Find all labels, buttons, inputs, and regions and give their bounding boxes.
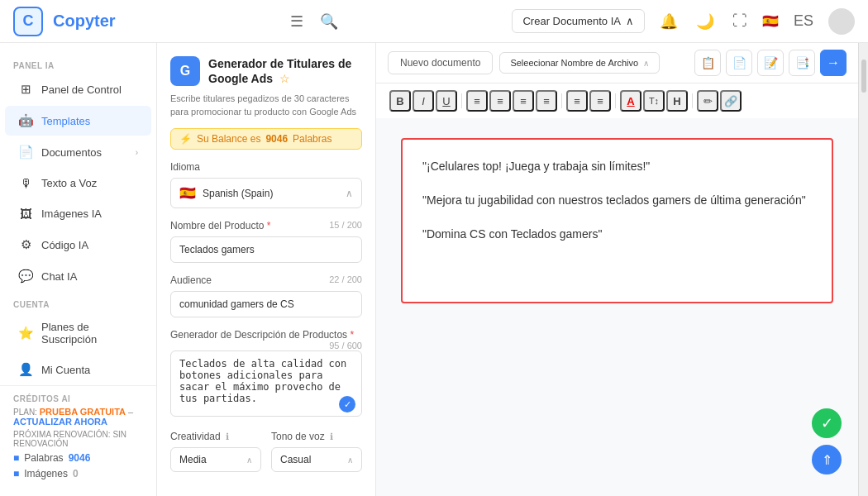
nombre-input[interactable] [170,236,362,263]
sidebar-item-planes[interactable]: ⭐ Planes de Suscripción [5,313,151,353]
bell-icon[interactable]: 🔔 [656,9,681,34]
align-right-button[interactable]: ≡ [513,90,534,112]
toolbar-separator [461,93,462,108]
idioma-section: Idioma 🇪🇸 Spanish (Spain) ∧ [170,161,362,208]
nuevo-documento-tab[interactable]: Nuevo documento [388,51,493,74]
sidebar-label-templates: Templates [41,115,90,127]
editor-panel: Nuevo documento Seleecionar Nombre de Ar… [376,43,858,496]
document-icon: 📄 [18,145,33,160]
export-icon-btn[interactable]: → [820,50,847,76]
palabras-row: ■ Palabras 9046 [13,452,143,464]
required-mark2: * [350,329,354,341]
search-icon[interactable]: 🔍 [317,9,341,34]
file-name-select[interactable]: Seleecionar Nombre de Archivo ∧ [499,52,660,74]
tono-select[interactable]: Casual ∧ [271,447,362,472]
link-button[interactable]: 🔗 [720,90,742,112]
download-icon-btn[interactable]: 📄 [726,50,752,76]
sidebar-item-codigo-ia[interactable]: ⚙ Código IA [5,230,151,260]
editor-toolbar: B I U ≡ ≡ ≡ ≡ ≡ ≡ A T↕ H ✏ 🔗 [376,83,858,118]
scroll-top-button[interactable]: ⇑ [812,445,842,475]
editor-line-3: "Domina CS con Teclados gamers" [422,224,812,245]
ol-button[interactable]: ≡ [566,90,588,112]
form-row-bottom: Creatividad ℹ Media ∧ Tono de voz ℹ Casu… [170,431,362,484]
moon-icon[interactable]: 🌙 [693,9,718,34]
sidebar-item-chat-ia[interactable]: 💬 Chat IA [5,261,151,291]
duplicate-icon-btn[interactable]: 📑 [789,50,815,76]
logo-text: Copyter [53,12,116,31]
check-float-button[interactable]: ✓ [812,408,842,438]
sidebar-item-templates[interactable]: 🤖 Templates [5,106,151,136]
underline-button[interactable]: U [436,90,457,112]
font-color-button[interactable]: A [620,90,641,112]
audience-label: Audience 22 / 200 [170,274,362,286]
sidebar-label-documentos: Documentos [41,146,102,159]
image-icon: 🖼 [18,207,33,221]
sidebar-item-mi-cuenta[interactable]: 👤 Mi Cuenta [5,355,151,384]
required-mark: * [267,220,271,231]
edit-icon-btn[interactable]: 📝 [757,50,784,76]
g-logo-icon: G [170,56,200,86]
creditos-label: CRÉDITOS AI [13,394,143,403]
duplicate-icon: 📑 [795,56,809,69]
creatividad-select[interactable]: Media ∧ [170,447,261,472]
creatividad-label: Creatividad ℹ [170,431,261,442]
toolbar-separator3 [615,93,616,108]
italic-button[interactable]: I [413,90,434,112]
star-icon[interactable]: ☆ [279,72,290,85]
sidebar-label-mi-cuenta: Mi Cuenta [41,364,90,376]
generador-label: Generador de Descripción de Productos * … [170,329,362,341]
justify-button[interactable]: ≡ [536,90,557,112]
align-left-button[interactable]: ≡ [466,90,488,112]
bolt-icon: ⚡ [179,133,192,145]
copy-icon: 📋 [701,56,715,69]
scrollbar[interactable] [858,43,868,496]
main-layout: PANEL IA ⊞ Panel de Control 🤖 Templates … [0,43,868,496]
content-area: G Generador de Titulares de Google Ads ☆… [157,43,868,496]
copy-icon-btn[interactable]: 📋 [694,50,721,76]
bold-button[interactable]: B [389,90,411,112]
tono-label: Tono de voz ℹ [271,431,362,442]
nav-right: Crear Documento IA ∧ 🔔 🌙 ⛶ 🇪🇸 ES [512,8,855,35]
nombre-label: Nombre del Producto * 15 / 200 [170,220,362,231]
balance-value: 9046 [265,133,288,145]
brush-button[interactable]: ✏ [697,90,718,112]
form-panel: G Generador de Titulares de Google Ads ☆… [157,43,376,496]
audience-section: Audience 22 / 200 [170,274,362,317]
audience-input[interactable] [170,291,362,317]
palabras-icon: ■ [13,452,19,464]
creatividad-section: Creatividad ℹ Media ∧ [170,431,261,472]
sidebar-item-texto-voz[interactable]: 🎙 Texto a Voz [5,169,151,198]
lang-text[interactable]: ES [790,9,817,33]
editor-content[interactable]: "¡Celulares top! ¡Juega y trabaja sin lí… [401,138,833,303]
scroll-thumb [861,60,866,93]
sidebar-label-panel-control: Panel de Control [41,83,122,96]
user-icon: 👤 [18,362,33,377]
expand-icon[interactable]: ⛶ [729,9,751,33]
sidebar-item-documentos[interactable]: 📄 Documentos › [5,137,151,167]
menu-icon[interactable]: ☰ [287,9,307,34]
plan-update-link[interactable]: ACTUALIZAR AHORA [13,417,107,427]
editor-line-2: "Mejora tu jugabilidad con nuestros tecl… [422,190,812,211]
grid-icon: ⊞ [18,82,33,97]
logo-icon: C [13,7,43,36]
language-select[interactable]: 🇪🇸 Spanish (Spain) ∧ [170,178,362,208]
mic-icon: 🎙 [18,176,33,190]
avatar[interactable] [828,8,855,35]
arrow-icon: › [136,148,138,157]
plan-free-link[interactable]: PRUEBA GRATUITA [40,407,126,417]
font-size-button[interactable]: T↕ [643,90,665,112]
heading-button[interactable]: H [666,90,688,112]
ul-button[interactable]: ≡ [589,90,611,112]
sidebar-item-imagenes-ia[interactable]: 🖼 Imágenes IA [5,199,151,228]
language-flag: 🇪🇸 [762,13,779,29]
toolbar-separator4 [692,93,693,108]
imagenes-value: 0 [73,468,79,479]
sidebar-item-panel-control[interactable]: ⊞ Panel de Control [5,74,151,104]
generador-textarea[interactable]: Teclados de alta calidad con botones adi… [170,351,362,417]
chevron-down-icon3: ∧ [347,455,353,465]
align-center-button[interactable]: ≡ [489,90,511,112]
editor-topbar: Nuevo documento Seleecionar Nombre de Ar… [376,43,858,83]
crear-documento-button[interactable]: Crear Documento IA ∧ [512,9,645,33]
chevron-up-icon: ∧ [643,59,649,68]
editor-wrapper: "¡Celulares top! ¡Juega y trabaja sin lí… [376,118,858,496]
